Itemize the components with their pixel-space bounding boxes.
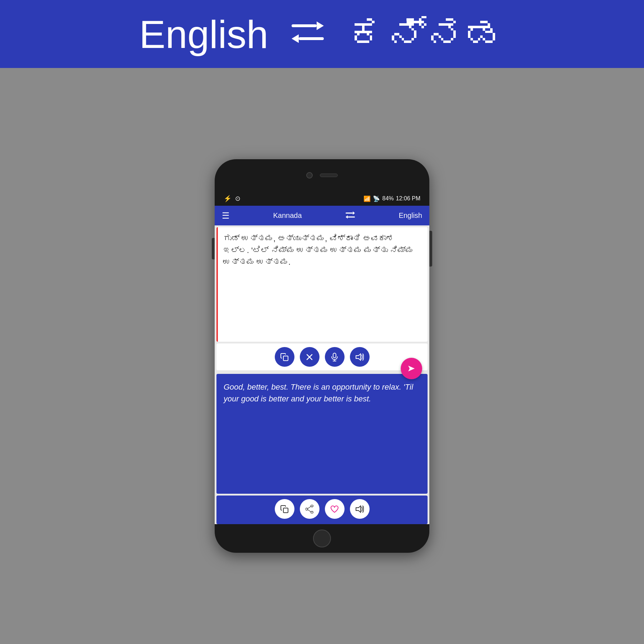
home-button[interactable]	[313, 530, 331, 547]
phone-top	[215, 159, 429, 191]
phone-area: ⚡ ⊙ 📶 📡 84% 12:06 PM ☰ Kannada	[0, 68, 644, 644]
source-lang-label[interactable]: Kannada	[273, 211, 302, 220]
input-area[interactable]: ಗುಡ್ ಉತ್ತಮ, ಅತ್ಯುತ್ತಮ, ವಿಶ್ರಾಂತಿ ಅವಕಾಶ ಇ…	[216, 227, 428, 342]
app-bar: ☰ Kannada English	[215, 206, 429, 225]
input-text[interactable]: ಗುಡ್ ಉತ್ತಮ, ಅತ್ಯುತ್ತಮ, ವಿಶ್ರಾಂತಿ ಅವಕಾಶ ಇ…	[223, 233, 420, 268]
svg-point-17	[311, 505, 313, 507]
phone-bottom	[215, 524, 429, 553]
phone-screen: ಗುಡ್ ಉತ್ತಮ, ಅತ್ಯುತ್ತಮ, ವಿಶ್ರಾಂತಿ ಅವಕಾಶ ಇ…	[215, 225, 429, 524]
front-camera	[306, 172, 313, 179]
svg-marker-22	[356, 506, 361, 512]
earpiece	[320, 174, 338, 177]
status-bar: ⚡ ⊙ 📶 📡 84% 12:06 PM	[215, 191, 429, 206]
speaker-input-button[interactable]	[350, 347, 370, 367]
svg-marker-1	[317, 21, 324, 30]
send-button[interactable]	[401, 358, 422, 379]
output-action-buttons	[216, 496, 428, 524]
copy-output-button[interactable]	[275, 499, 294, 519]
time-display: 12:06 PM	[396, 195, 420, 202]
top-banner: English ಕನ್ನಡ	[0, 0, 644, 68]
svg-marker-15	[408, 366, 415, 371]
banner-target-lang[interactable]: ಕನ್ನಡ	[347, 11, 505, 57]
svg-rect-8	[283, 356, 288, 361]
volume-button	[212, 238, 215, 259]
output-text: Good, better, best. There is an opportun…	[224, 381, 420, 405]
wifi-icon: 📶	[364, 195, 371, 202]
svg-point-19	[311, 511, 313, 513]
svg-marker-3	[292, 34, 299, 43]
banner-swap-icon[interactable]	[290, 14, 326, 55]
svg-rect-2	[299, 37, 324, 40]
app-bar-swap-icon[interactable]	[345, 211, 355, 220]
status-left-icons: ⚡ ⊙	[224, 195, 240, 203]
svg-rect-0	[292, 24, 317, 27]
mic-button[interactable]	[325, 347, 345, 367]
svg-rect-16	[283, 508, 288, 513]
banner-source-lang[interactable]: English	[139, 11, 268, 57]
svg-line-20	[308, 506, 311, 508]
svg-line-21	[308, 509, 311, 512]
power-button	[429, 231, 432, 267]
hamburger-menu-icon[interactable]: ☰	[222, 211, 230, 221]
signal-icon: 📡	[373, 195, 380, 202]
svg-marker-7	[346, 215, 348, 219]
share-button[interactable]	[300, 499, 319, 519]
svg-rect-6	[348, 216, 355, 218]
favorite-button[interactable]	[325, 499, 345, 519]
speaker-output-button[interactable]	[350, 499, 370, 519]
svg-marker-5	[353, 211, 355, 215]
svg-marker-14	[356, 354, 361, 360]
copy-input-button[interactable]	[275, 347, 294, 367]
battery-level: 84%	[382, 195, 394, 202]
input-action-buttons	[216, 343, 428, 370]
phone-frame: ⚡ ⊙ 📶 📡 84% 12:06 PM ☰ Kannada	[215, 159, 429, 553]
clear-input-button[interactable]	[300, 347, 319, 367]
svg-rect-11	[333, 353, 336, 358]
status-right: 📶 📡 84% 12:06 PM	[364, 195, 420, 202]
svg-rect-4	[346, 213, 353, 214]
output-area: Good, better, best. There is an opportun…	[216, 374, 428, 494]
usb-icon: ⚡	[224, 195, 231, 203]
target-lang-label[interactable]: English	[399, 211, 422, 220]
camera-icon: ⊙	[235, 195, 240, 203]
svg-point-18	[306, 508, 308, 510]
